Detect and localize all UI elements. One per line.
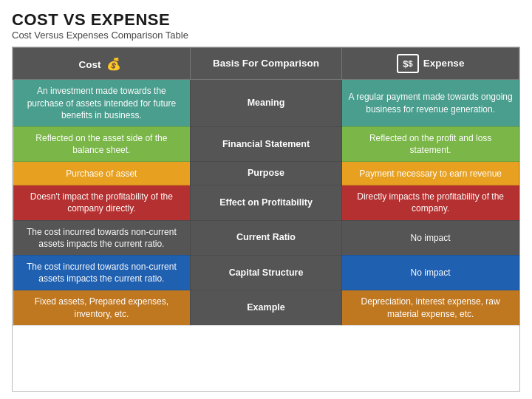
expense-header-wrap: $ Expense: [347, 54, 514, 73]
money-bag-icon: 💰: [106, 56, 121, 72]
basis-cell: Current Ratio: [190, 220, 342, 255]
table-row: Fixed assets, Prepared expenses, invento…: [13, 290, 519, 325]
cost-cell: Doesn't impact the profitability of the …: [13, 185, 191, 220]
cost-cell: An investment made towards the purchase …: [13, 80, 191, 127]
expense-cell: No impact: [342, 220, 519, 255]
cost-cell: The cost incurred towards non-current as…: [13, 255, 191, 290]
table-row: The cost incurred towards non-current as…: [13, 255, 519, 290]
expense-cell: Depreciation, interest expense, raw mate…: [342, 290, 519, 325]
expense-cell: Payment necessary to earn revenue: [342, 162, 519, 185]
expense-icon: $: [397, 54, 419, 73]
expense-cell: A regular payment made towards ongoing b…: [342, 80, 519, 127]
basis-cell: Example: [190, 290, 342, 325]
cost-cell: Purchase of asset: [13, 162, 191, 185]
expense-cell: Directly impacts the profitability of th…: [342, 185, 519, 220]
table-row: Purchase of assetPurposePayment necessar…: [13, 162, 519, 185]
cost-cell: Reflected on the asset side of the balan…: [13, 126, 191, 161]
basis-cell: Meaning: [190, 80, 342, 127]
expense-cell: No impact: [342, 255, 519, 290]
header-cost: Cost 💰: [13, 48, 191, 80]
table-row: An investment made towards the purchase …: [13, 80, 519, 127]
expense-cell: Reflected on the profit and loss stateme…: [342, 126, 519, 161]
table-header: Cost 💰 Basis For Comparison $ Expense: [13, 48, 519, 80]
table-row: Doesn't impact the profitability of the …: [13, 185, 519, 220]
cost-cell: The cost incurred towards non-current as…: [13, 220, 191, 255]
page-title: COST VS EXPENSE: [12, 10, 520, 30]
basis-cell: Purpose: [190, 162, 342, 185]
header-basis: Basis For Comparison: [190, 48, 342, 80]
table-row: The cost incurred towards non-current as…: [13, 220, 519, 255]
basis-cell: Effect on Profitability: [190, 185, 342, 220]
table-row: Reflected on the asset side of the balan…: [13, 126, 519, 161]
page-subtitle: Cost Versus Expenses Comparison Table: [12, 30, 520, 41]
page: COST VS EXPENSE Cost Versus Expenses Com…: [0, 0, 532, 399]
basis-cell: Financial Statement: [190, 126, 342, 161]
comparison-table: Cost 💰 Basis For Comparison $ Expense: [12, 47, 520, 392]
basis-cell: Capital Structure: [190, 255, 342, 290]
header-expense: $ Expense: [342, 48, 519, 80]
cost-cell: Fixed assets, Prepared expenses, invento…: [13, 290, 191, 325]
